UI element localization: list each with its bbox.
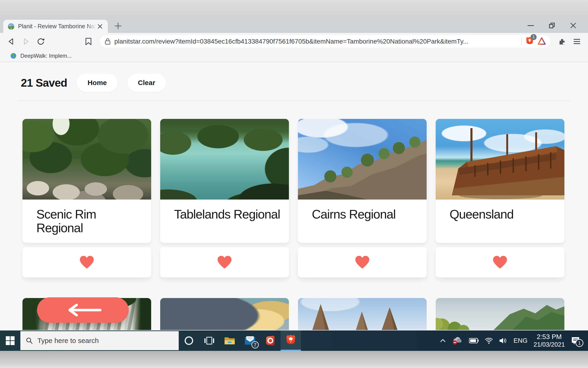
close-icon bbox=[570, 22, 576, 29]
card-image-pinnacles[interactable] bbox=[298, 298, 427, 330]
letterbox-bottom bbox=[0, 351, 588, 368]
reload-button[interactable] bbox=[33, 35, 48, 48]
office-icon bbox=[265, 336, 275, 346]
card-image-lake bbox=[160, 119, 289, 200]
saved-card-tablelands: Tablelands Regional bbox=[160, 119, 289, 277]
close-button[interactable] bbox=[562, 19, 584, 32]
back-icon bbox=[7, 37, 15, 46]
brave-browser-button[interactable] bbox=[281, 331, 301, 351]
page-content: 21 Saved Home Clear Scenic Rim Regional bbox=[0, 62, 588, 331]
wifi-tray-button[interactable] bbox=[485, 337, 493, 344]
card-link[interactable]: Tablelands Regional bbox=[160, 119, 289, 243]
puzzle-icon bbox=[558, 37, 566, 46]
mail-unread-badge: 7 bbox=[251, 341, 259, 349]
volume-tray-button[interactable] bbox=[499, 337, 508, 344]
tab-close-icon[interactable] bbox=[96, 22, 104, 31]
windows-logo-icon bbox=[6, 336, 15, 345]
battery-icon bbox=[469, 338, 479, 343]
minimize-button[interactable] bbox=[520, 19, 541, 32]
restore-icon bbox=[549, 23, 555, 28]
restore-button[interactable] bbox=[541, 19, 562, 32]
home-button[interactable]: Home bbox=[77, 74, 117, 92]
hamburger-icon bbox=[573, 38, 580, 45]
window-controls bbox=[520, 18, 584, 33]
battery-tray-button[interactable] bbox=[469, 338, 479, 343]
card-image-cliff bbox=[298, 119, 427, 200]
back-button[interactable] bbox=[4, 35, 18, 48]
letterbox-top bbox=[0, 0, 588, 18]
saved-count-heading: 21 Saved bbox=[21, 76, 67, 89]
lock-icon bbox=[105, 38, 111, 45]
taskbar-search[interactable] bbox=[20, 331, 179, 350]
task-view-button[interactable] bbox=[199, 331, 219, 351]
urlbar-divider bbox=[521, 38, 522, 45]
taskbar: 7 bbox=[0, 331, 588, 351]
favourite-strip bbox=[436, 247, 564, 277]
file-explorer-button[interactable] bbox=[219, 331, 240, 351]
onedrive-tray-button[interactable] bbox=[452, 337, 463, 345]
triangle-extension-icon bbox=[537, 37, 546, 45]
card-link[interactable]: Cairns Regional bbox=[298, 119, 427, 243]
menu-button[interactable] bbox=[570, 35, 584, 48]
tab-title: Planit - Review Tamborine Nationa bbox=[18, 23, 96, 30]
page-header: 21 Saved Home Clear bbox=[21, 74, 588, 92]
favourite-strip bbox=[160, 247, 289, 277]
browser-toolbar: planitstar.com/review?itemId=03845ec16cf… bbox=[0, 33, 588, 50]
system-tray: ENG 2:53 PM 21/03/2021 1 bbox=[440, 333, 588, 348]
reload-icon bbox=[36, 37, 45, 46]
card-title: Scenic Rim Regional bbox=[22, 200, 151, 243]
card-image-valley[interactable] bbox=[436, 298, 564, 330]
heart-icon[interactable] bbox=[79, 256, 94, 269]
shields-count-badge: 1 bbox=[531, 34, 537, 40]
heart-icon[interactable] bbox=[355, 256, 370, 269]
clock-time: 2:53 PM bbox=[534, 333, 565, 341]
mail-button[interactable]: 7 bbox=[240, 331, 260, 351]
browser-tab[interactable]: Planit - Review Tamborine Nationa bbox=[3, 20, 108, 33]
saved-cards-row: Scenic Rim Regional Tablelands Regional bbox=[22, 119, 588, 277]
cortana-button[interactable] bbox=[179, 331, 199, 351]
valley-illustration bbox=[436, 298, 564, 330]
card-title: Queensland bbox=[436, 200, 564, 243]
extensions-button[interactable] bbox=[555, 35, 570, 48]
bookmark-this-tab-button[interactable] bbox=[81, 35, 96, 48]
card-title: Tablelands Regional bbox=[160, 200, 289, 243]
clock-date: 21/03/2021 bbox=[534, 341, 565, 348]
speaker-icon bbox=[499, 337, 508, 344]
notification-count-badge: 1 bbox=[576, 339, 583, 347]
magnifier-icon bbox=[26, 337, 33, 344]
bookmark-item-deepwalk[interactable]: DeepWalk: Implem... bbox=[7, 51, 75, 61]
brave-lion-icon bbox=[285, 334, 296, 346]
favourite-strip bbox=[22, 247, 151, 277]
clear-button[interactable]: Clear bbox=[127, 74, 166, 92]
url-text: planitstar.com/review?itemId=03845ec16cf… bbox=[114, 38, 518, 45]
tray-chevron-button[interactable] bbox=[440, 339, 446, 342]
forward-button[interactable] bbox=[18, 35, 33, 48]
office-button[interactable] bbox=[260, 331, 281, 351]
taskbar-search-input[interactable] bbox=[37, 337, 173, 345]
saved-card-scenic-rim: Scenic Rim Regional bbox=[22, 119, 151, 277]
url-bar[interactable]: planitstar.com/review?itemId=03845ec16cf… bbox=[100, 35, 551, 48]
start-button[interactable] bbox=[0, 331, 20, 351]
forward-icon bbox=[22, 37, 30, 46]
clock[interactable]: 2:53 PM 21/03/2021 bbox=[534, 333, 565, 348]
triangle-extension-button[interactable] bbox=[537, 37, 546, 46]
new-tab-button[interactable] bbox=[113, 21, 123, 31]
bookmark-flag-icon bbox=[85, 37, 92, 46]
pinnacles-illustration bbox=[298, 298, 427, 330]
card-link[interactable]: Queensland bbox=[436, 119, 564, 243]
heart-icon[interactable] bbox=[493, 256, 508, 269]
card-image-shipwreck bbox=[436, 119, 564, 200]
action-center-button[interactable]: 1 bbox=[571, 336, 580, 345]
card-title: Cairns Regional bbox=[298, 200, 427, 243]
left-arrow-icon bbox=[63, 303, 103, 317]
back-button-pill[interactable] bbox=[37, 297, 129, 323]
saved-card-cairns: Cairns Regional bbox=[298, 119, 427, 277]
card-image-storm-clouds[interactable] bbox=[160, 298, 289, 330]
card-link[interactable]: Scenic Rim Regional bbox=[22, 119, 151, 243]
onedrive-cloud-icon bbox=[452, 337, 463, 345]
header-divider bbox=[17, 101, 571, 101]
brave-shields-button[interactable]: 1 bbox=[526, 36, 534, 46]
file-explorer-icon bbox=[224, 336, 235, 345]
language-indicator[interactable]: ENG bbox=[513, 337, 527, 344]
heart-icon[interactable] bbox=[217, 256, 232, 269]
